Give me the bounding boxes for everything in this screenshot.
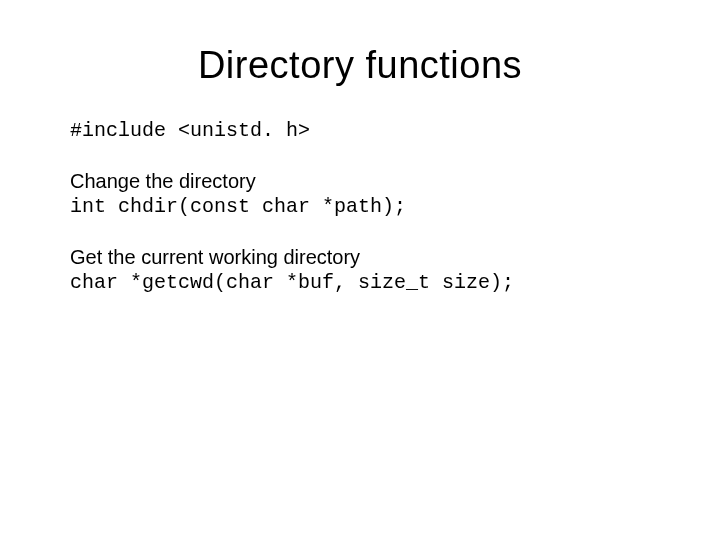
section-heading-chdir: Change the directory: [70, 170, 650, 193]
page-title: Directory functions: [70, 44, 650, 87]
include-directive: #include <unistd. h>: [70, 119, 650, 142]
section-heading-getcwd: Get the current working directory: [70, 246, 650, 269]
code-chdir-signature: int chdir(const char *path);: [70, 195, 650, 218]
code-getcwd-signature: char *getcwd(char *buf, size_t size);: [70, 271, 650, 294]
